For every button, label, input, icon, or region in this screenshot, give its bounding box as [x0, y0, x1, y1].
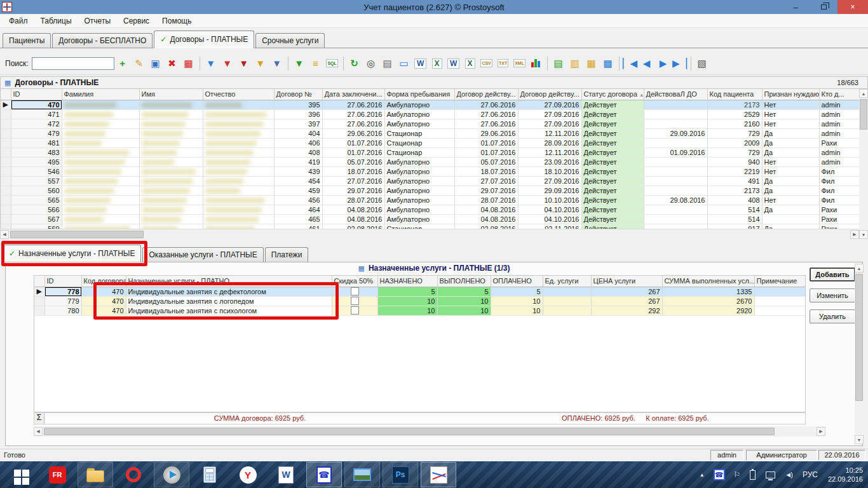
find-icon[interactable]: ◎: [363, 55, 379, 72]
column-header-lastname[interactable]: Фамилия: [62, 89, 139, 100]
scroll-right-icon[interactable]: ▶: [817, 427, 825, 436]
tray-phone-icon[interactable]: ☎: [714, 469, 725, 480]
add-button[interactable]: Добавить: [810, 268, 855, 281]
taskbar-yandex-browser-icon[interactable]: Y: [230, 462, 266, 487]
search-input[interactable]: [32, 57, 114, 70]
export-txt-icon[interactable]: TXT: [495, 55, 512, 72]
tab-rendered-services-paid[interactable]: Оказанные услуги - ПЛАТНЫЕ: [142, 247, 263, 262]
taskbar-fastreport-icon[interactable]: FR: [39, 462, 75, 487]
column-header-contract_code[interactable]: Код договора: [81, 276, 126, 287]
scroll-thumb[interactable]: [10, 231, 144, 238]
column-header-id[interactable]: ID: [44, 276, 81, 287]
nav-first-icon[interactable]: ▏◀: [622, 55, 639, 72]
flag-icon[interactable]: ⚐: [734, 470, 741, 479]
send-excel-icon[interactable]: X: [462, 55, 478, 72]
taskbar-calculator-icon[interactable]: [192, 462, 227, 487]
column-header-status[interactable]: Статус договора▲: [581, 89, 644, 100]
filter-custom-icon[interactable]: ▼: [252, 55, 269, 72]
column-header-assigned[interactable]: НАЗНАЧЕНО: [377, 276, 437, 287]
scroll-thumb[interactable]: [44, 428, 775, 435]
scroll-thumb[interactable]: [855, 274, 863, 401]
tab-urgent-services[interactable]: Срочные услуги: [255, 33, 325, 48]
export-excel-icon[interactable]: X: [429, 55, 445, 72]
table-row[interactable]: 48140601.07.2016Стационар01.07.201628.09…: [1, 138, 859, 147]
export-csv-icon[interactable]: CSV: [478, 55, 495, 72]
column-header-middlename[interactable]: Отчество: [203, 89, 274, 100]
table-row[interactable]: 47940429.06.2016Стационар29.06.201612.11…: [1, 128, 859, 138]
column-header-done[interactable]: ВЫПОЛНЕНО: [437, 276, 491, 287]
menu-tables[interactable]: Таблицы: [34, 15, 78, 27]
column-header-marker[interactable]: [34, 276, 44, 287]
table-row[interactable]: 55745427.07.2016Амбулаторно27.07.201627.…: [1, 176, 859, 186]
column-header-stay_form[interactable]: Форма пребывания: [384, 89, 454, 100]
filter-tree-icon[interactable]: ≡: [308, 55, 324, 72]
column-header-discount[interactable]: Скидка 50%: [332, 276, 377, 287]
menu-help[interactable]: Помощь: [156, 15, 198, 27]
column-header-marker[interactable]: [1, 89, 11, 100]
scroll-right-icon[interactable]: ▶: [850, 230, 859, 239]
scroll-down-icon[interactable]: ▼: [855, 435, 864, 444]
table-row[interactable]: 49541905.07.2016Амбулаторно05.07.201623.…: [1, 157, 859, 166]
scroll-left-icon[interactable]: ◀: [0, 230, 9, 239]
nav-next-icon[interactable]: ▶: [655, 55, 672, 72]
export-xml-icon[interactable]: XML: [512, 55, 528, 72]
column-header-valid_to[interactable]: Договор действу...: [518, 89, 581, 100]
table-row[interactable]: 48340801.07.2016Стационар01.07.201612.11…: [1, 147, 859, 157]
delete-record-icon[interactable]: ✖: [164, 55, 180, 72]
send-word-icon[interactable]: W: [445, 55, 462, 72]
table-row[interactable]: 56646404.08.2016Амбулаторно04.08.201604.…: [1, 205, 859, 214]
close-button[interactable]: ×: [837, 0, 868, 14]
column-header-valid_from[interactable]: Договор действу...: [454, 89, 518, 100]
table-row[interactable]: 56545628.07.2016Амбулаторно28.07.201610.…: [1, 195, 859, 205]
tab-payments[interactable]: Платежи: [265, 247, 309, 262]
taskbar-photoshop-icon[interactable]: Ps: [383, 462, 418, 487]
menu-service[interactable]: Сервис: [117, 15, 156, 27]
scroll-up-icon[interactable]: ▲: [859, 89, 868, 98]
column-header-needs_care[interactable]: Признан нуждаю...: [762, 89, 819, 100]
grid-export-icon[interactable]: ▩: [600, 55, 616, 72]
clock[interactable]: 10:25 22.09.2016: [828, 466, 863, 484]
scroll-thumb[interactable]: [860, 99, 867, 130]
taskbar-photo-viewer-icon[interactable]: [344, 462, 380, 487]
filter-remove-icon[interactable]: ▼: [219, 55, 236, 72]
menu-file[interactable]: Файл: [3, 15, 34, 27]
image-export-icon[interactable]: ▧: [694, 55, 710, 72]
delete-button[interactable]: Удалить: [810, 309, 855, 323]
network-icon[interactable]: [766, 471, 775, 478]
lower-vertical-scrollbar[interactable]: ▲ ▼: [855, 264, 864, 444]
table-row[interactable]: 56746504.08.2016Амбулаторно04.08.201604.…: [1, 214, 859, 224]
taskbar-word-icon[interactable]: W: [268, 462, 304, 487]
minimize-button[interactable]: –: [782, 0, 810, 14]
add-record-icon[interactable]: +: [114, 55, 131, 72]
column-header-patient_code[interactable]: Код пациента: [707, 89, 762, 100]
filter-clear-icon[interactable]: ▼: [236, 55, 252, 72]
tab-contracts-paid[interactable]: ✓Договоры - ПЛАТНЫЕ: [154, 30, 254, 48]
table-row[interactable]: 56946102.08.2016Стационар02.08.201602.11…: [1, 224, 859, 229]
upper-horizontal-scrollbar[interactable]: ◀ ▶: [0, 229, 859, 239]
table-row[interactable]: 47239727.06.2016Амбулаторно27.06.201627.…: [1, 119, 859, 128]
restore-button[interactable]: [810, 0, 837, 14]
discount-checkbox[interactable]: [351, 306, 359, 315]
discount-checkbox[interactable]: [351, 297, 359, 305]
taskbar-patients-app-icon[interactable]: [421, 462, 456, 487]
tab-contracts-free[interactable]: Договоры - БЕСПЛАТНО: [52, 33, 153, 48]
print-icon[interactable]: ▤: [379, 55, 396, 72]
upper-vertical-scrollbar[interactable]: ▲ ▼: [859, 89, 868, 239]
filter-save-icon[interactable]: ▼: [269, 55, 285, 72]
table-row[interactable]: 780470Индивидуальные занятия с психолого…: [34, 306, 806, 315]
taskbar-explorer-icon[interactable]: [78, 462, 113, 487]
nav-last-icon[interactable]: ▶▕: [672, 55, 688, 72]
tab-patients[interactable]: Пациенты: [3, 33, 51, 48]
column-header-date_signed[interactable]: Дата заключени...: [322, 89, 384, 100]
column-header-acted_until[interactable]: ДействоваЛ ДО: [644, 89, 707, 100]
filter-add-icon[interactable]: ▼: [203, 55, 219, 72]
edit-button[interactable]: Изменить: [810, 288, 855, 302]
column-header-contract_no[interactable]: Договор №: [274, 89, 322, 100]
lower-horizontal-scrollbar[interactable]: ◀ ▶: [34, 426, 825, 437]
column-header-unit[interactable]: Ед. услуги: [543, 276, 591, 287]
delete-all-records-icon[interactable]: ▦: [180, 55, 197, 72]
taskbar-phone-app-icon[interactable]: ☎: [306, 462, 342, 487]
volume-icon[interactable]: ◄): [785, 471, 792, 478]
language-indicator[interactable]: РУС: [803, 470, 818, 479]
print-preview-icon[interactable]: ▭: [396, 55, 412, 72]
